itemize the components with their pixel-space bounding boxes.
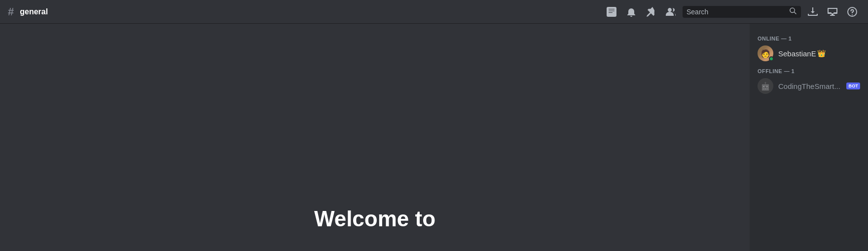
help-button[interactable] — [844, 4, 860, 20]
member-name-sebastian: SebastianE — [778, 49, 816, 58]
notifications-button[interactable] — [623, 4, 639, 20]
member-item-bot[interactable]: 🤖 CodingTheSmart... BOT — [754, 76, 864, 96]
inbox-icon — [827, 6, 838, 18]
channel-header: # general — [0, 0, 868, 24]
members-icon — [665, 6, 677, 18]
main-content: Welcome to ONLINE — 1 🧑 SebastianE 👑 OFF… — [0, 24, 868, 251]
online-section-header: ONLINE — 1 — [754, 32, 864, 43]
member-name-row-bot: CodingTheSmart... BOT — [778, 82, 860, 90]
members-sidebar: ONLINE — 1 🧑 SebastianE 👑 OFFLINE — 1 🤖 — [750, 24, 868, 251]
channel-hash-icon: # — [8, 5, 14, 18]
members-list-button[interactable] — [663, 4, 679, 20]
avatar-container-bot: 🤖 — [758, 78, 773, 94]
channel-name: general — [20, 7, 48, 16]
inbox-button[interactable] — [825, 4, 840, 20]
header-actions — [604, 4, 860, 20]
download-icon — [807, 6, 819, 18]
search-icon — [789, 7, 797, 16]
member-name-row-sebastian: SebastianE 👑 — [778, 49, 860, 58]
member-item-sebastian[interactable]: 🧑 SebastianE 👑 — [754, 43, 864, 63]
search-bar[interactable] — [683, 6, 801, 18]
pin-icon — [645, 6, 657, 18]
threads-button[interactable] — [604, 4, 619, 20]
avatar-container-sebastian: 🧑 — [758, 45, 773, 61]
crown-icon-sebastian: 👑 — [817, 49, 826, 57]
pinned-messages-button[interactable] — [643, 4, 659, 20]
chat-area: Welcome to — [0, 24, 750, 251]
offline-section-header: OFFLINE — 1 — [754, 64, 864, 76]
status-online-indicator — [769, 56, 774, 61]
welcome-text: Welcome to — [314, 207, 435, 231]
member-name-bot: CodingTheSmart... — [778, 82, 840, 90]
help-icon — [846, 6, 858, 18]
bot-badge: BOT — [846, 83, 860, 89]
bell-icon — [625, 6, 637, 18]
threads-icon — [606, 6, 617, 18]
download-button[interactable] — [805, 4, 821, 20]
search-input[interactable] — [687, 8, 787, 16]
avatar-bot: 🤖 — [758, 78, 773, 94]
